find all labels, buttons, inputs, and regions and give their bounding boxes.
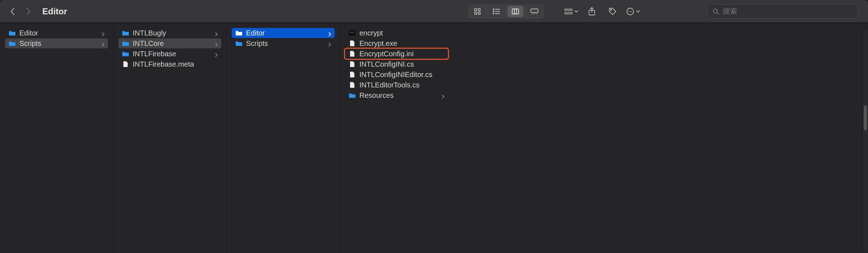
svg-rect-2: [475, 12, 477, 14]
svg-text:exe: exe: [350, 31, 354, 33]
chevron-right-icon: [215, 42, 218, 46]
svg-rect-17: [565, 9, 567, 10]
svg-point-25: [610, 9, 612, 10]
search-box[interactable]: [707, 4, 858, 19]
folder-icon: [122, 30, 129, 36]
svg-rect-21: [568, 12, 570, 14]
group-by-button[interactable]: [565, 4, 578, 19]
folder-row[interactable]: Editor: [5, 28, 108, 38]
executable-icon: exe: [349, 30, 356, 36]
svg-point-28: [630, 11, 631, 11]
row-label: INTLBugly: [133, 29, 212, 37]
file-icon: [349, 51, 356, 57]
file-row[interactable]: INTLEditorTools.cs: [345, 80, 448, 90]
row-label: INTLConfigINI.cs: [359, 60, 444, 68]
action-menu-button[interactable]: [626, 4, 640, 19]
svg-rect-16: [536, 14, 537, 14]
chevron-right-icon: [215, 52, 218, 56]
browser-column: EditorScripts: [227, 23, 340, 253]
row-label: INTLConfigINIEditor.cs: [359, 71, 444, 79]
svg-rect-0: [475, 9, 477, 11]
folder-icon: [9, 40, 16, 46]
row-label: Editor: [246, 29, 325, 37]
divider: [487, 7, 487, 16]
file-icon: [349, 72, 356, 77]
file-row[interactable]: Encrypt.exe: [345, 38, 448, 48]
svg-rect-1: [478, 9, 480, 11]
nav-buttons: [10, 8, 31, 15]
row-label: Scripts: [19, 39, 98, 48]
folder-icon: [122, 40, 129, 46]
row-label: INTLCore: [133, 39, 212, 48]
file-row[interactable]: INTLConfigINI.cs: [345, 59, 448, 69]
file-row[interactable]: INTLConfigINIEditor.cs: [345, 70, 448, 80]
folder-row[interactable]: Scripts: [232, 38, 335, 48]
svg-line-31: [717, 13, 719, 14]
row-label: Resources: [359, 91, 438, 100]
svg-rect-15: [534, 14, 535, 14]
file-icon: [349, 82, 356, 88]
folder-row[interactable]: INTLCore: [118, 38, 221, 48]
chevron-right-icon: [102, 31, 104, 35]
browser-column: INTLBuglyINTLCoreINTLFirebaseINTLFirebas…: [113, 23, 226, 253]
svg-rect-10: [512, 9, 519, 14]
folder-icon: [235, 30, 242, 36]
row-label: INTLEditorTools.cs: [359, 81, 444, 89]
svg-rect-18: [568, 9, 570, 10]
back-button[interactable]: [10, 8, 15, 15]
view-mode-group: [468, 4, 544, 19]
svg-point-29: [631, 11, 632, 11]
list-view-button[interactable]: [489, 6, 504, 17]
svg-rect-13: [531, 9, 538, 13]
folder-icon: [349, 92, 356, 98]
forward-button[interactable]: [26, 8, 31, 15]
search-input[interactable]: [723, 7, 853, 15]
svg-point-27: [628, 11, 629, 11]
folder-row[interactable]: INTLFirebase: [118, 49, 221, 59]
svg-point-8: [493, 13, 494, 14]
svg-point-4: [493, 9, 494, 10]
row-label: Editor: [19, 29, 98, 37]
svg-rect-14: [532, 14, 533, 14]
folder-row[interactable]: INTLBugly: [118, 28, 221, 38]
row-label: INTLFirebase.meta: [133, 60, 218, 68]
divider: [525, 7, 525, 16]
file-row[interactable]: exeencrypt: [345, 28, 448, 38]
file-row[interactable]: INTLFirebase.meta: [118, 59, 221, 69]
scrollbar-vertical[interactable]: [863, 30, 868, 250]
gallery-view-button[interactable]: [527, 6, 542, 17]
folder-row[interactable]: Editor: [232, 28, 335, 38]
browser-column: EditorScripts: [0, 23, 113, 253]
icon-view-button[interactable]: [470, 6, 485, 17]
page-title: Editor: [42, 6, 67, 16]
file-icon: [122, 61, 129, 67]
tags-button[interactable]: [605, 4, 620, 19]
browser-column: exeencryptEncrypt.exeEncryptConfig.iniIN…: [340, 23, 453, 253]
file-icon: [349, 40, 356, 46]
svg-point-6: [493, 11, 494, 12]
folder-row[interactable]: Scripts: [5, 38, 108, 48]
chevron-right-icon: [442, 94, 444, 97]
row-label: INTLFirebase: [133, 50, 212, 58]
row-label: Encrypt.exe: [359, 39, 444, 48]
row-label: Scripts: [246, 39, 325, 48]
svg-rect-3: [478, 12, 480, 14]
folder-row[interactable]: Resources: [345, 90, 448, 100]
column-browser: EditorScriptsINTLBuglyINTLCoreINTLFireba…: [0, 23, 868, 253]
share-button[interactable]: [585, 4, 599, 19]
svg-rect-19: [571, 9, 572, 10]
chevron-down-icon: [636, 10, 640, 13]
column-view-button[interactable]: [508, 6, 523, 17]
scrollbar-thumb[interactable]: [864, 105, 867, 130]
chevron-right-icon: [215, 31, 218, 35]
finder-window: Editor: [0, 0, 868, 253]
chevron-right-icon: [102, 42, 104, 46]
file-row[interactable]: EncryptConfig.ini: [345, 49, 448, 59]
folder-icon: [9, 30, 16, 36]
chevron-right-icon: [329, 31, 331, 35]
folder-icon: [235, 40, 242, 46]
file-icon: [349, 61, 356, 67]
divider: [506, 7, 506, 16]
svg-rect-22: [571, 12, 572, 14]
toolbar: Editor: [0, 0, 868, 23]
